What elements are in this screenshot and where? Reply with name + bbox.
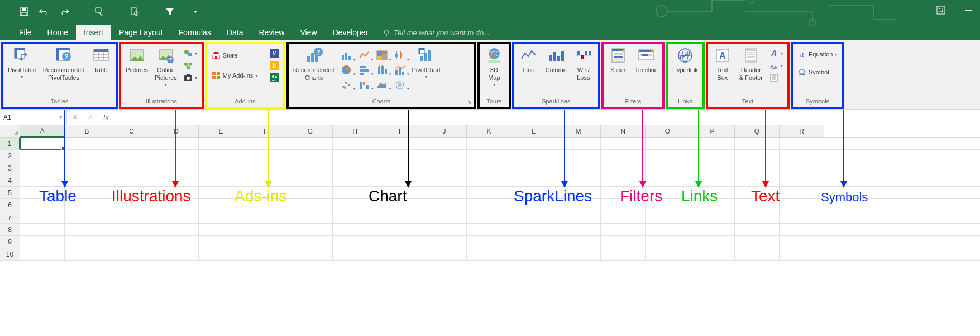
shapes-button[interactable]: ▾ [181, 48, 199, 59]
cell[interactable] [333, 211, 377, 223]
tab-home[interactable]: Home [40, 25, 76, 40]
cell[interactable] [422, 199, 467, 211]
cell[interactable] [511, 248, 556, 260]
cell[interactable] [735, 150, 780, 162]
cell[interactable] [735, 138, 780, 149]
online-pictures-button[interactable]: Online Pictures ▾ [152, 45, 179, 88]
insert-function-button[interactable]: fx [98, 113, 114, 121]
cell[interactable] [20, 187, 65, 198]
radar-chart-button[interactable]: ▾ [393, 78, 407, 91]
cell[interactable] [780, 187, 824, 198]
column-header[interactable]: D [154, 125, 199, 137]
cell[interactable] [109, 236, 154, 248]
tab-insert[interactable]: Insert [76, 25, 111, 40]
cell[interactable] [735, 224, 780, 235]
cell[interactable] [556, 150, 601, 162]
cell[interactable] [467, 248, 511, 260]
cell[interactable] [601, 211, 646, 223]
column-header[interactable]: E [199, 125, 243, 137]
cell[interactable] [20, 174, 65, 186]
cell[interactable] [601, 199, 646, 211]
touch-mode-icon[interactable] [94, 7, 104, 17]
cell[interactable] [780, 211, 824, 223]
cell[interactable] [288, 211, 333, 223]
cell[interactable] [780, 236, 824, 248]
cell[interactable] [467, 236, 511, 248]
column-header[interactable]: I [377, 125, 422, 137]
tab-page-layout[interactable]: Page Layout [111, 25, 171, 40]
column-header[interactable]: F [243, 125, 288, 137]
cell[interactable] [243, 150, 288, 162]
column-header[interactable]: J [422, 125, 467, 137]
cell[interactable] [556, 174, 601, 186]
cell[interactable] [20, 248, 65, 260]
cell[interactable] [377, 199, 422, 211]
column-header[interactable]: N [601, 125, 646, 137]
cell[interactable] [109, 150, 154, 162]
cell[interactable] [65, 187, 109, 198]
formula-input[interactable] [114, 110, 980, 125]
cell[interactable] [333, 236, 377, 248]
store-button[interactable]: Store [209, 50, 265, 61]
cell[interactable] [422, 248, 467, 260]
cell[interactable] [690, 224, 735, 235]
cell[interactable] [467, 138, 511, 149]
recommended-pivottables-button[interactable]: ? Recommended PivotTables [41, 45, 87, 82]
cell[interactable] [467, 211, 511, 223]
cell[interactable] [109, 174, 154, 186]
cell[interactable] [243, 187, 288, 198]
row-header[interactable]: 5 [0, 187, 20, 198]
cell[interactable] [601, 162, 646, 174]
cell[interactable] [646, 211, 690, 223]
screenshot-button[interactable]: ▾ [181, 72, 199, 83]
cell[interactable] [556, 138, 601, 149]
cell[interactable] [154, 248, 199, 260]
cell[interactable] [467, 162, 511, 174]
symbol-button[interactable]: ΩSymbol [795, 67, 840, 78]
cell[interactable] [154, 150, 199, 162]
cell[interactable] [511, 211, 556, 223]
signature-button[interactable]: ▾ [767, 60, 785, 71]
pie-chart-button[interactable]: ▾ [339, 63, 353, 77]
cell[interactable] [109, 248, 154, 260]
tab-file[interactable]: File [11, 25, 40, 40]
cell[interactable] [556, 211, 601, 223]
line-chart-button[interactable]: ▾ [357, 49, 371, 62]
cell[interactable] [511, 236, 556, 248]
cell[interactable] [690, 162, 735, 174]
cell[interactable] [199, 150, 243, 162]
cell[interactable] [556, 224, 601, 235]
column-header[interactable]: G [288, 125, 333, 137]
cell[interactable] [288, 248, 333, 260]
cell[interactable] [20, 199, 65, 211]
cell[interactable] [467, 150, 511, 162]
cell[interactable] [690, 211, 735, 223]
cell[interactable] [109, 187, 154, 198]
cell[interactable] [65, 162, 109, 174]
pivottable-button[interactable]: PivotTable ▾ [6, 45, 39, 81]
ribbon-display-icon[interactable] [935, 4, 946, 16]
row-header[interactable]: 7 [0, 211, 20, 223]
cell[interactable] [735, 236, 780, 248]
tab-data[interactable]: Data [219, 25, 251, 40]
enter-formula-button[interactable]: ✓ [83, 113, 98, 121]
cell[interactable] [646, 248, 690, 260]
column-header[interactable]: A [20, 125, 65, 137]
cell[interactable] [422, 174, 467, 186]
print-preview-icon[interactable] [130, 7, 140, 17]
cell[interactable] [690, 187, 735, 198]
cell[interactable] [377, 150, 422, 162]
cell[interactable] [154, 138, 199, 149]
cell[interactable] [20, 150, 65, 162]
cell[interactable] [422, 211, 467, 223]
cell[interactable] [199, 162, 243, 174]
cell[interactable] [690, 236, 735, 248]
cell[interactable] [511, 187, 556, 198]
pictures-button[interactable]: Pictures [123, 45, 150, 74]
cell[interactable] [422, 162, 467, 174]
cell[interactable] [511, 162, 556, 174]
row-header[interactable]: 6 [0, 199, 20, 211]
cell[interactable] [243, 199, 288, 211]
cell[interactable] [556, 162, 601, 174]
column-header[interactable]: P [690, 125, 735, 137]
